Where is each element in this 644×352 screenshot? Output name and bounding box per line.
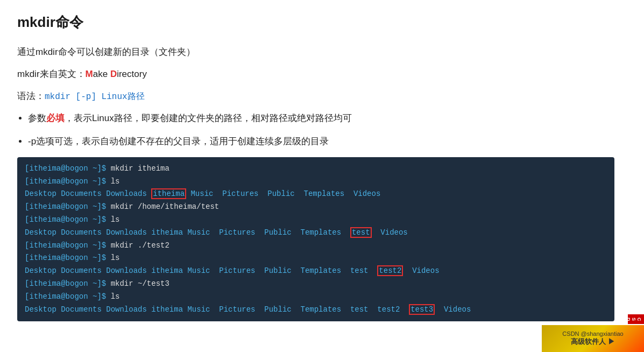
syntax-line: 语法：mkdir [-p] Linux路径 [17,89,607,104]
terminal-highlighted-dir: test [350,227,372,238]
terminal-dir-item: itheima [151,305,187,314]
intro2-rest: irectory [117,69,147,79]
terminal-dir-line: Desktop Documents Downloads itheima Musi… [25,188,607,201]
terminal-dir-line: Desktop Documents Downloads itheima Musi… [25,304,607,316]
bullet1-rest: ，表示Linux路径，即要创建的文件夹的路径，相对路径或绝对路径均可 [65,113,352,123]
terminal-dir-item: Videos [403,266,439,275]
terminal-dir-line: Desktop Documents Downloads itheima Musi… [25,227,607,240]
watermark-line2: 高级软件人 ▶ [571,337,615,347]
term-cmd-part: ls [111,177,120,186]
terminal-dir-item: Desktop [25,228,61,237]
terminal-prompt-line: [itheima@bogon ~]$ mkdir ./test2 [25,240,607,252]
term-cmd-part: ls [111,292,120,301]
terminal-dir-item: itheima [151,228,187,237]
terminal-highlighted-dir: itheima [151,188,186,199]
terminal-dir-item: Documents [61,228,106,237]
terminal-prompt-line: [itheima@bogon ~]$ ls [25,291,607,304]
term-prompt-part: [itheima@bogon ~]$ [25,202,111,211]
terminal-prompt-line: [itheima@bogon ~]$ ls [25,175,607,188]
terminal-dir-item: itheima [151,266,187,275]
term-prompt-part: [itheima@bogon ~]$ [25,254,111,262]
bullet-list: 参数必填，表示Linux路径，即要创建的文件夹的路径，相对路径或绝对路径均可 -… [28,111,607,150]
terminal-prompt-line: [itheima@bogon ~]$ ls [25,214,607,227]
term-prompt-part: [itheima@bogon ~]$ [25,215,111,224]
terminal-dir-item: Desktop [25,189,61,198]
syntax-code: mkdir [-p] Linux路径 [45,92,145,102]
intro-paragraph-2: mkdir来自英文：Make Directory [17,67,607,82]
terminal-dir-item: Downloads [106,305,151,314]
term-cmd-part: mkdir /home/itheima/test [111,202,220,211]
watermark-area: CSDN @shangxiantiao 高级软件人 ▶ [542,325,644,352]
intro2-D: D [110,69,117,79]
page-title: mkdir命令 [17,13,607,32]
term-prompt-part: [itheima@bogon ~]$ [25,164,111,173]
terminal-dir-item: Videos [372,228,408,237]
terminal-dir-item: Downloads [106,189,151,198]
terminal-dir-item: Documents [61,266,106,275]
terminal-dir-item: Documents [61,305,106,314]
syntax-prefix: 语法： [17,91,45,101]
terminal-highlighted-dir: test3 [409,304,435,315]
term-prompt-part: [itheima@bogon ~]$ [25,177,111,186]
terminal-dir-item: Desktop [25,305,61,314]
terminal-dir-item: Desktop [25,266,61,275]
terminal-block: [itheima@bogon ~]$ mkdir itheima[itheima… [17,157,614,322]
terminal-prompt-line: [itheima@bogon ~]$ ls [25,252,607,265]
terminal-dir-item: Music Pictures Public Templates test [187,266,377,275]
terminal-highlighted-dir: test2 [377,265,403,276]
bullet1-prefix: 参数 [28,113,46,123]
bullet-item-1: 参数必填，表示Linux路径，即要创建的文件夹的路径，相对路径或绝对路径均可 [28,111,607,126]
terminal-prompt-line: [itheima@bogon ~]$ mkdir itheima [25,163,607,175]
terminal-dir-item: Music Pictures Public Templates test tes… [187,305,409,314]
terminal-dir-item: Documents [61,189,106,198]
terminal-dir-item: Videos [435,305,471,314]
intro2-middle: ake [93,69,110,79]
term-cmd-part: ls [111,254,120,262]
term-cmd-part: mkdir itheima [111,164,169,173]
terminal-dir-item: Downloads [106,266,151,275]
terminal-prompt-line: [itheima@bogon ~]$ mkdir ~/test3 [25,278,607,291]
term-cmd-part: ls [111,215,120,224]
intro-paragraph-1: 通过mkdir命令可以创建新的目录（文件夹） [17,45,607,60]
term-prompt-part: [itheima@bogon ~]$ [25,292,111,301]
bullet-item-2: -p选项可选，表示自动创建不存在的父目录，适用于创建连续多层级的目录 [28,134,607,150]
term-prompt-part: [itheima@bogon ~]$ [25,241,111,250]
term-cmd-part: mkdir ~/test3 [111,279,169,288]
csdn-badge: CSDN [628,314,644,325]
terminal-dir-item: Music Pictures Public Templates [187,228,350,237]
terminal-dir-item: Music Pictures Public Templates Videos [186,189,380,198]
bullet1-red: 必填 [46,113,65,123]
watermark-line1: CSDN @shangxiantiao [562,330,623,337]
terminal-dir-line: Desktop Documents Downloads itheima Musi… [25,265,607,278]
terminal-dir-item: Downloads [106,228,151,237]
terminal-prompt-line: [itheima@bogon ~]$ mkdir /home/itheima/t… [25,201,607,214]
term-prompt-part: [itheima@bogon ~]$ [25,279,111,288]
term-cmd-part: mkdir ./test2 [111,241,169,250]
intro2-prefix: mkdir来自英文： [17,69,86,79]
intro2-M: M [86,69,93,79]
